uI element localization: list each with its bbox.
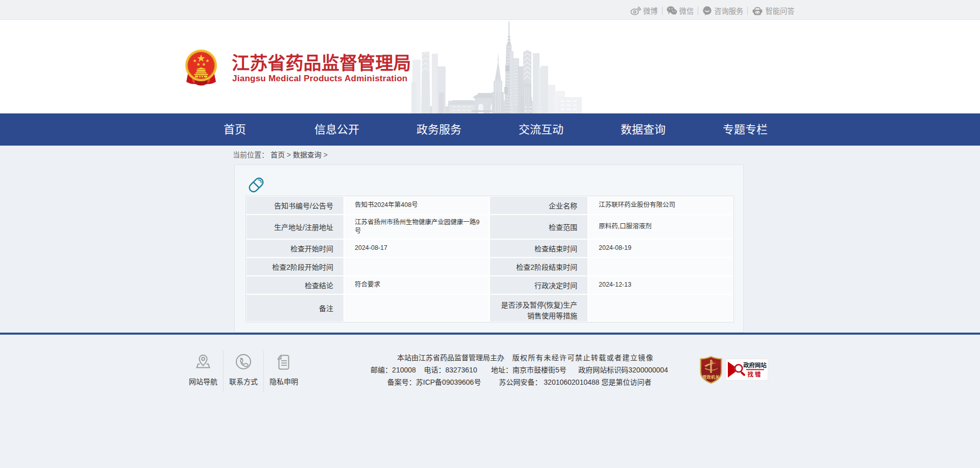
svg-text:党政机关: 党政机关	[703, 375, 720, 380]
svg-text:政府网站: 政府网站	[743, 362, 767, 368]
svg-text:找错: 找错	[748, 371, 763, 378]
